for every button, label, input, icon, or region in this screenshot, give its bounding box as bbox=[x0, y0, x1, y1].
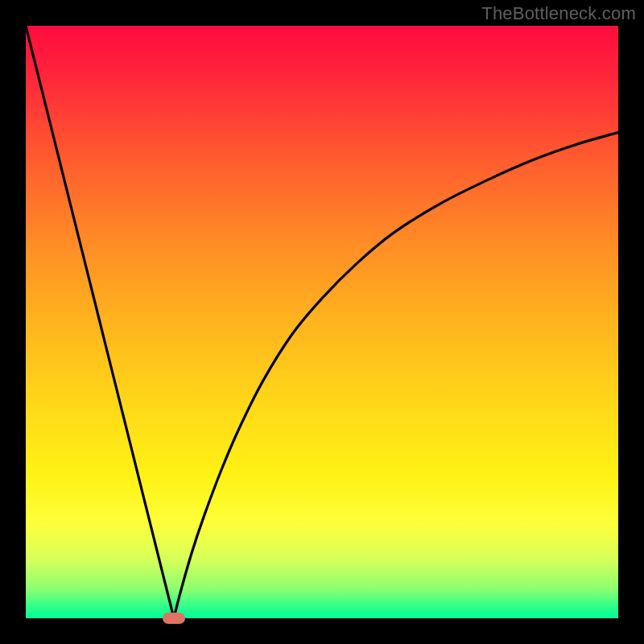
watermark-text: TheBottleneck.com bbox=[481, 3, 636, 24]
bottleneck-curve bbox=[26, 26, 618, 618]
chart-frame: TheBottleneck.com bbox=[0, 0, 644, 644]
minimum-marker bbox=[163, 613, 185, 624]
plot-area bbox=[26, 26, 618, 618]
